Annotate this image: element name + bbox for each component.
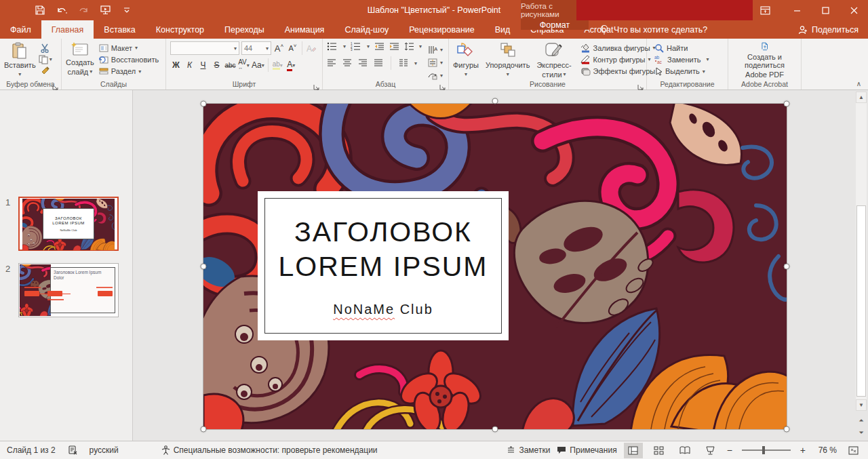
line-spacing-icon[interactable] [404, 42, 414, 51]
arrange-button[interactable]: Упорядочить ▾ [483, 41, 532, 80]
numbering-icon[interactable]: 123 [351, 42, 362, 51]
tell-me-box[interactable]: Что вы хотите сделать? [600, 20, 707, 39]
tab-transitions[interactable]: Переходы [214, 20, 275, 39]
undo-icon[interactable] [56, 4, 68, 16]
paste-button[interactable]: Вставить ▾ [1, 41, 39, 80]
tab-picture-format[interactable]: Формат [521, 20, 589, 30]
reading-view-button[interactable] [675, 443, 694, 458]
comments-toggle[interactable]: Примечания [557, 445, 616, 455]
decrease-font-size-icon[interactable]: A˅ [287, 42, 298, 55]
zoom-slider-thumb[interactable] [762, 446, 765, 454]
slide-sorter-view-button[interactable] [650, 443, 669, 458]
font-color-button[interactable]: А▾ [285, 59, 297, 72]
accessibility-checker[interactable]: Специальные возможности: проверьте реком… [161, 445, 378, 455]
decrease-indent-icon[interactable] [374, 42, 384, 51]
align-right-icon[interactable] [358, 59, 368, 67]
selection-handle-bottom-left[interactable] [201, 426, 207, 433]
tab-home[interactable]: Главная [41, 20, 94, 39]
close-icon[interactable] [840, 0, 868, 20]
selection-handle-bottom-right[interactable] [784, 426, 790, 433]
italic-button[interactable]: К [184, 59, 195, 72]
vertical-scrollbar[interactable]: ▲ ▼ [856, 92, 867, 411]
font-name-combo[interactable]: ▾ [170, 41, 239, 55]
tab-slideshow[interactable]: Слайд-шоу [334, 20, 399, 39]
font-size-combo[interactable]: 44▾ [241, 41, 271, 55]
slide-title-box[interactable]: ЗАГОЛОВОК LOREM IPSUM NoNaMe Club [258, 191, 509, 340]
ribbon-display-options-icon[interactable] [751, 0, 778, 20]
slide-thumbnail-1[interactable]: ЗАГОЛОВОКLOREM IPSUM NoNaMe Club [18, 197, 119, 251]
align-center-icon[interactable] [342, 59, 352, 67]
spell-check-icon[interactable] [68, 445, 77, 455]
reset-button[interactable]: Восстановить [97, 54, 161, 65]
tab-design[interactable]: Конструктор [146, 20, 214, 39]
zoom-out-button[interactable]: − [727, 445, 732, 456]
columns-icon[interactable] [399, 59, 408, 67]
clear-formatting-icon[interactable]: A [306, 42, 317, 55]
change-case-button[interactable]: Aa▾ [252, 59, 264, 72]
format-painter-icon[interactable] [39, 66, 52, 77]
slideshow-view-button[interactable] [701, 443, 720, 458]
collapse-ribbon-icon[interactable]: ∧ [856, 80, 861, 87]
selection-handle-top-center[interactable] [492, 98, 498, 104]
tab-view[interactable]: Вид [485, 20, 521, 39]
paragraph-dialog-launcher-icon[interactable] [439, 81, 447, 88]
align-left-icon[interactable] [327, 59, 336, 67]
share-button[interactable]: Поделиться [798, 20, 859, 39]
slide-thumbnail-2[interactable]: Заголовок Lorem IpsumDolor [18, 263, 119, 317]
tab-review[interactable]: Рецензирование [399, 20, 485, 39]
cut-icon[interactable] [39, 42, 52, 54]
tab-animations[interactable]: Анимация [275, 20, 335, 39]
strikethrough-abc-button[interactable]: abc [224, 59, 236, 72]
save-icon[interactable] [34, 4, 46, 16]
text-highlight-button[interactable]: ab▾ [272, 59, 283, 72]
create-share-pdf-button[interactable]: Создать и поделиться Adobe PDF [730, 41, 800, 80]
zoom-slider[interactable] [742, 450, 791, 451]
select-button[interactable]: Выделить▾ [652, 66, 726, 77]
selection-handle-top-left[interactable] [201, 101, 207, 107]
section-button[interactable]: Раздел▾ [97, 66, 161, 77]
new-slide-button[interactable]: Создать слайд▾ [63, 41, 97, 80]
increase-indent-icon[interactable] [389, 42, 399, 51]
text-direction-button[interactable]: A▾ [426, 43, 445, 56]
selection-handle-middle-right[interactable] [784, 264, 790, 270]
redo-icon[interactable] [77, 4, 90, 16]
start-slideshow-icon[interactable] [99, 4, 111, 16]
layout-button[interactable]: Макет▾ [97, 42, 161, 54]
zoom-in-button[interactable]: + [800, 445, 806, 456]
underline-button[interactable]: Ч [197, 59, 209, 72]
align-text-button[interactable]: ▾ [426, 56, 445, 68]
font-dialog-launcher-icon[interactable] [313, 81, 321, 88]
tab-insert[interactable]: Вставка [94, 20, 145, 39]
customize-qat-icon[interactable] [121, 4, 133, 16]
justify-icon[interactable] [374, 59, 383, 67]
selection-handle-middle-left[interactable] [201, 264, 207, 270]
quick-styles-button[interactable]: Экспресс- стили▾ [534, 41, 574, 80]
previous-slide-icon[interactable]: ⏶ [856, 415, 867, 426]
strikethrough-button[interactable]: S [211, 59, 222, 72]
scrollbar-thumb[interactable] [856, 205, 866, 397]
slide-canvas[interactable]: ЗАГОЛОВОК LOREM IPSUM NoNaMe Club [203, 104, 787, 429]
shapes-button[interactable]: Фигуры ▾ [450, 41, 481, 80]
language-indicator[interactable]: русский [90, 445, 119, 455]
copy-icon[interactable]: ▾ [39, 54, 52, 65]
scroll-down-icon[interactable]: ▼ [856, 399, 867, 411]
bold-button[interactable]: Ж [170, 59, 182, 72]
notes-toggle[interactable]: Заметки [507, 445, 550, 455]
find-button[interactable]: Найти [652, 42, 726, 54]
slide-counter[interactable]: Слайд 1 из 2 [7, 445, 56, 455]
fit-slide-to-window-button[interactable] [844, 443, 863, 458]
replace-button[interactable]: abacЗаменить▾ [652, 54, 726, 65]
drawing-dialog-launcher-icon[interactable] [637, 81, 645, 88]
zoom-percentage[interactable]: 76 % [812, 445, 837, 455]
bullets-icon[interactable] [327, 42, 338, 51]
clipboard-dialog-launcher-icon[interactable] [52, 81, 60, 88]
minimize-icon[interactable] [783, 0, 811, 20]
normal-view-button[interactable] [624, 443, 643, 458]
account-name-box[interactable] [576, 0, 753, 20]
increase-font-size-icon[interactable]: A˄ [273, 42, 285, 55]
selection-handle-top-right[interactable] [784, 101, 790, 107]
next-slide-icon[interactable]: ⏷ [856, 427, 867, 438]
tab-file[interactable]: Файл [0, 20, 41, 39]
maximize-icon[interactable] [811, 0, 840, 20]
character-spacing-button[interactable]: AV↔▾ [238, 59, 250, 72]
